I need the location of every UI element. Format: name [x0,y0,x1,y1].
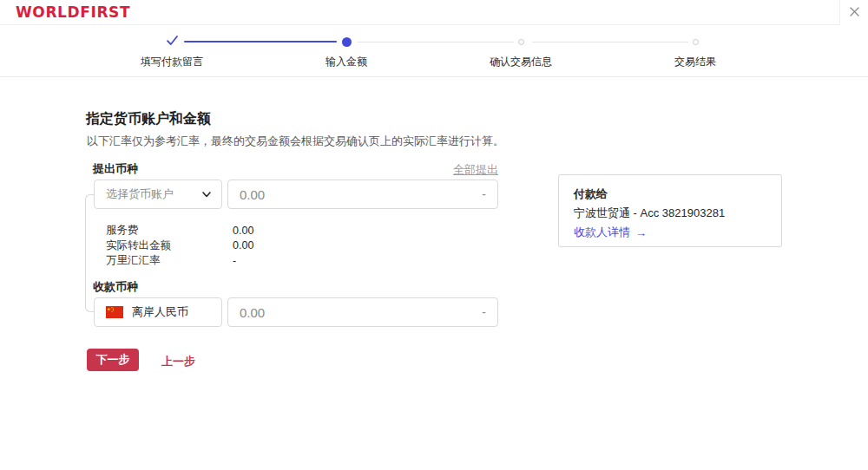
detail-row-service-fee: 服务费 0.00 [106,223,384,238]
chevron-down-icon [201,188,213,200]
source-amount-suffix: - [482,187,486,201]
page-title: 指定货币账户和金额 [86,110,211,128]
previous-step-link[interactable]: 上一步 [161,354,195,369]
page-subtitle: 以下汇率仅为参考汇率，最终的交易金额会根据交易确认页上的实际汇率进行计算。 [87,134,504,149]
step-label: 交易结果 [635,55,756,69]
target-amount-suffix: - [482,305,486,319]
payee-panel: 付款给 宁波世贸通 - Acc 3821903281 收款人详情 → [558,174,782,247]
withdraw-all-link[interactable]: 全部提出 [411,162,498,178]
pending-step-circle-icon [518,39,524,45]
target-currency-value: 离岸人民币 [132,304,188,320]
china-flag-icon [106,306,123,318]
step-transaction-result: 交易结果 [635,34,756,69]
source-amount-input[interactable] [240,187,475,202]
header: WORLDFIRST [0,0,868,25]
step-label: 填写付款留言 [111,55,233,69]
target-currency-label: 收款币种 [93,279,138,295]
target-amount-field: - [227,297,498,327]
check-icon [165,34,180,50]
pending-step-circle-icon [693,39,699,45]
source-account-select[interactable]: 选择货币账户 [94,180,222,209]
target-amount-input[interactable] [240,305,475,320]
step-label: 输入金额 [286,55,407,69]
close-button[interactable] [839,0,868,25]
step-enter-amount: 输入金额 [286,34,407,69]
detail-label: 服务费 [106,223,233,238]
detail-row-exchange-rate: 万里汇汇率 - [106,253,384,269]
next-step-button[interactable]: 下一步 [87,349,139,371]
detail-row-actual-transfer: 实际转出金额 0.00 [106,238,384,254]
detail-label: 实际转出金额 [106,238,233,253]
detail-value: 0.00 [233,239,253,251]
source-currency-label: 提出币种 [93,161,138,177]
step-confirm-transaction: 确认交易信息 [460,34,582,69]
source-account-select-value: 选择货币账户 [106,186,174,202]
close-icon [849,5,860,21]
step-label: 确认交易信息 [460,55,582,69]
worldfirst-logo: WORLDFIRST [16,3,130,21]
source-amount-field: - [227,180,498,209]
detail-value: 0.00 [233,225,253,237]
fee-details: 服务费 0.00 实际转出金额 0.00 万里汇汇率 - [106,223,384,269]
payee-details-link-text: 收款人详情 [574,225,630,240]
detail-label: 万里汇汇率 [106,253,233,268]
step-fill-payment-note: 填写付款留言 [111,34,233,69]
detail-value: - [233,255,236,267]
payment-page: WORLDFIRST 填写付款留言 输入金额 确认交易信息 [0,0,868,470]
stepper: 填写付款留言 输入金额 确认交易信息 交易结果 [0,25,868,77]
payee-account: 宁波世贸通 - Acc 3821903281 [574,206,725,221]
payee-details-link[interactable]: 收款人详情 → [574,225,647,240]
arrow-right-icon: → [635,226,647,239]
target-currency-select[interactable]: 离岸人民币 [94,297,222,327]
payee-title: 付款给 [574,186,608,202]
active-step-dot-icon [342,37,352,47]
